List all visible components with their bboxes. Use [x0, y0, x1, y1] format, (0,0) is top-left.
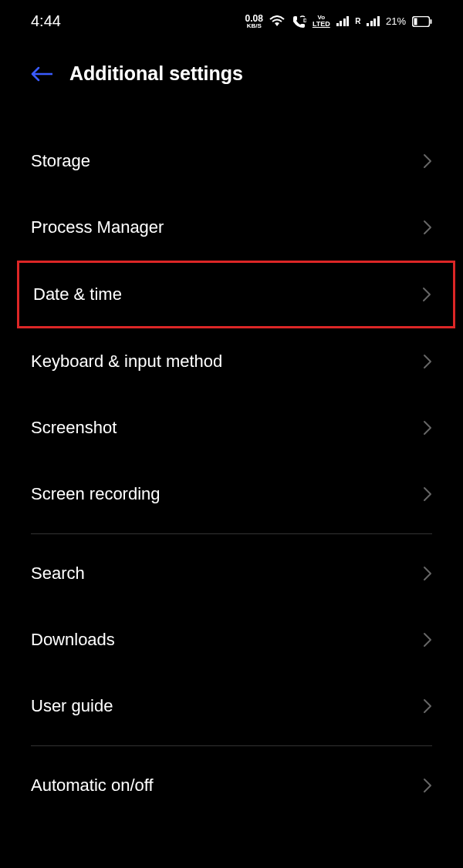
signal-icon-2: [367, 16, 380, 26]
chevron-right-icon: [423, 632, 432, 648]
chevron-right-icon: [423, 354, 432, 369]
battery-icon: [412, 16, 432, 27]
chevron-right-icon: [422, 287, 431, 302]
status-time: 4:44: [31, 12, 61, 30]
page-title: Additional settings: [69, 62, 243, 85]
chevron-right-icon: [423, 220, 432, 235]
divider: [31, 533, 432, 534]
settings-item-screen-recording[interactable]: Screen recording: [0, 461, 463, 527]
settings-label: Storage: [31, 151, 90, 171]
settings-label: User guide: [31, 696, 113, 716]
status-indicators: 0.08 KB/S D Vo LTED R: [245, 14, 432, 29]
svg-rect-3: [431, 19, 432, 24]
back-arrow-icon[interactable]: [31, 66, 52, 82]
chevron-right-icon: [423, 420, 432, 436]
wifi-icon: [269, 15, 285, 28]
wifi-calling-icon: D: [291, 15, 306, 28]
settings-label: Date & time: [33, 284, 122, 304]
chevron-right-icon: [423, 698, 432, 714]
status-bar: 4:44 0.08 KB/S D Vo LTED R: [0, 0, 463, 42]
volte-icon: Vo LTED: [313, 15, 330, 28]
signal-icon-1: [336, 16, 350, 26]
battery-text: 21%: [386, 15, 406, 27]
settings-item-user-guide[interactable]: User guide: [0, 673, 463, 739]
network-speed: 0.08 KB/S: [245, 14, 263, 29]
svg-text:D: D: [303, 18, 306, 23]
settings-label: Downloads: [31, 630, 115, 650]
settings-item-keyboard[interactable]: Keyboard & input method: [0, 328, 463, 395]
settings-list: Storage Process Manager Date & time Keyb…: [0, 105, 463, 819]
roaming-icon: R: [355, 17, 360, 25]
settings-label: Screenshot: [31, 418, 117, 438]
settings-item-automatic[interactable]: Automatic on/off: [0, 752, 463, 819]
settings-item-process-manager[interactable]: Process Manager: [0, 194, 463, 261]
settings-item-downloads[interactable]: Downloads: [0, 607, 463, 673]
settings-label: Process Manager: [31, 217, 164, 237]
settings-item-search[interactable]: Search: [0, 540, 463, 607]
settings-item-storage[interactable]: Storage: [0, 128, 463, 194]
settings-label: Automatic on/off: [31, 775, 154, 796]
svg-rect-2: [414, 18, 417, 25]
settings-item-date-time[interactable]: Date & time: [17, 261, 455, 328]
chevron-right-icon: [423, 486, 432, 502]
chevron-right-icon: [423, 778, 432, 793]
divider: [31, 745, 432, 746]
settings-label: Keyboard & input method: [31, 352, 222, 372]
chevron-right-icon: [423, 566, 432, 581]
app-header: Additional settings: [0, 42, 463, 105]
settings-label: Screen recording: [31, 484, 161, 504]
settings-label: Search: [31, 564, 85, 584]
settings-item-screenshot[interactable]: Screenshot: [0, 395, 463, 461]
chevron-right-icon: [423, 153, 432, 169]
